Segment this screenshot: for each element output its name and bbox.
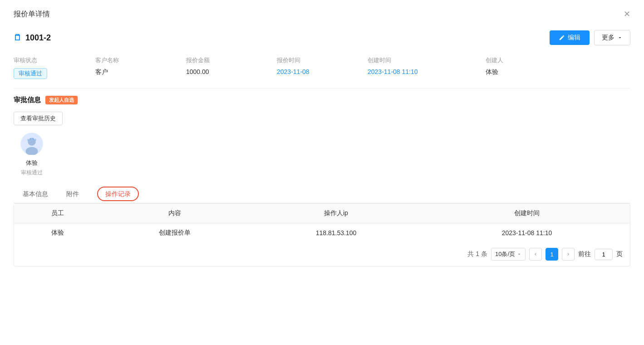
view-history-button[interactable]: 查看审批历史: [14, 112, 63, 125]
doc-icon: 🗒: [14, 33, 22, 43]
table-row: 体验 创建报价单 118.81.53.100 2023-11-08 11:10: [14, 223, 630, 243]
next-page-icon: [565, 251, 571, 257]
approval-section-title: 审批信息 发起人自选: [14, 96, 630, 104]
next-page-button[interactable]: [562, 248, 575, 261]
goto-page-input[interactable]: [595, 249, 613, 260]
status-badge: 审核通过: [14, 68, 47, 79]
tab-basic-info[interactable]: 基本信息: [14, 186, 57, 203]
more-button[interactable]: 更多: [594, 30, 630, 45]
svg-rect-6: [35, 138, 36, 141]
chevron-down-icon: [617, 35, 623, 40]
tab-operation-records[interactable]: 操作记录: [88, 186, 148, 203]
doc-id: 🗒 1001-2: [14, 33, 51, 43]
prev-page-icon: [533, 251, 538, 257]
meta-amount: 报价金额 1000.00: [186, 56, 277, 79]
svg-rect-5: [33, 138, 34, 140]
edit-button[interactable]: 编辑: [550, 30, 590, 45]
meta-create-time: 创建时间 2023-11-08 11:10: [368, 56, 486, 79]
pagination-total: 共 1 条: [467, 250, 487, 258]
pagination: 共 1 条 10条/页 1 前往 页: [14, 242, 630, 266]
approver-status: 审核通过: [21, 169, 43, 177]
svg-point-1: [28, 138, 35, 146]
page-size-dropdown-icon: [517, 252, 521, 256]
divider-1: [14, 88, 630, 89]
approver-avatar: [20, 133, 43, 155]
close-icon[interactable]: ✕: [624, 9, 630, 19]
approval-tag: 发起人自选: [45, 96, 78, 104]
edit-icon: [559, 34, 565, 41]
meta-creator: 创建人 体验: [486, 56, 576, 79]
cell-employee: 体验: [14, 223, 101, 243]
approver-name: 体验: [26, 159, 38, 167]
col-create-time: 创建时间: [424, 204, 630, 223]
page-size-select[interactable]: 10条/页: [491, 248, 526, 261]
tabs-bar: 基本信息 附件 操作记录: [14, 186, 630, 203]
approver-block: 体验 审核通过: [14, 133, 50, 177]
meta-section: 审核状态 审核通过 客户名称 客户 报价金额 1000.00 报价时间 2023…: [14, 56, 630, 79]
table-header-row: 员工 内容 操作人ip 创建时间: [14, 204, 630, 223]
svg-rect-3: [27, 138, 28, 141]
tab-attachments[interactable]: 附件: [57, 186, 88, 203]
meta-customer: 客户名称 客户: [95, 56, 186, 79]
prev-page-button[interactable]: [529, 248, 542, 261]
meta-quote-time: 报价时间 2023-11-08: [277, 56, 368, 79]
avatar-image: [21, 133, 43, 155]
action-buttons: 编辑 更多: [550, 30, 630, 45]
cell-content: 创建报价单: [101, 223, 248, 243]
cell-create-time: 2023-11-08 11:10: [424, 223, 630, 243]
doc-id-row: 🗒 1001-2 编辑 更多: [14, 30, 630, 45]
meta-audit-status: 审核状态 审核通过: [14, 56, 95, 79]
dialog-container: 报价单详情 ✕ 🗒 1001-2 编辑 更多 审核状态 审核通过 客户名称 客户: [0, 0, 644, 345]
col-operator-ip: 操作人ip: [248, 204, 424, 223]
operation-records-table: 员工 内容 操作人ip 创建时间 体验 创建报价单 118.81.53.100 …: [14, 203, 630, 266]
page-1-button[interactable]: 1: [546, 248, 558, 261]
cell-operator-ip: 118.81.53.100: [248, 223, 424, 243]
col-content: 内容: [101, 204, 248, 223]
records-table: 员工 内容 操作人ip 创建时间 体验 创建报价单 118.81.53.100 …: [14, 204, 630, 242]
dialog-header: 报价单详情 ✕: [14, 9, 630, 19]
svg-rect-4: [30, 138, 31, 140]
col-employee: 员工: [14, 204, 101, 223]
dialog-title: 报价单详情: [14, 10, 50, 19]
